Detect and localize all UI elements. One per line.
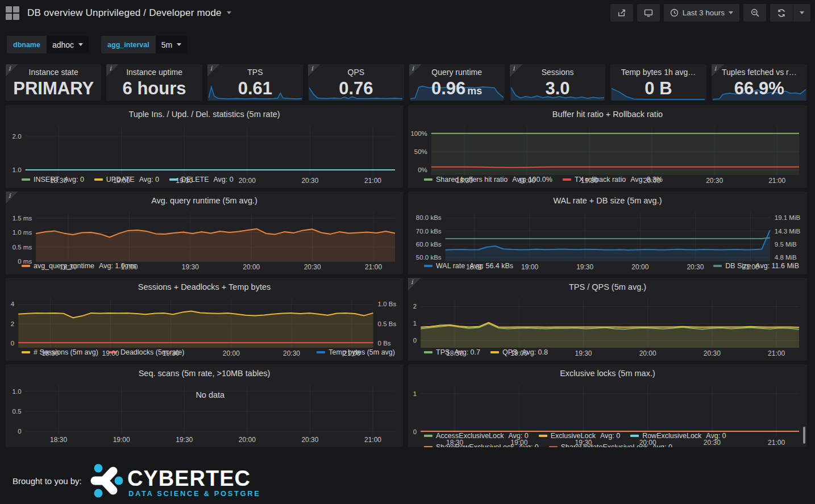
panel-exclusive-locks: Exclusive locks (5m max.) 1018:3019:0019… (408, 364, 807, 447)
footer-prefix: Brought to you by: (13, 476, 82, 486)
info-corner-icon[interactable]: i (308, 64, 321, 77)
panel-buffer-rollback: Buffer hit ratio + Rollback ratio 100%50… (408, 105, 807, 188)
info-corner-icon[interactable]: i (6, 191, 18, 204)
svg-text:19:00: 19:00 (521, 263, 538, 271)
panel-title[interactable]: Tuple Ins. / Upd. / Del. statistics (5m … (6, 105, 403, 122)
svg-text:0: 0 (413, 337, 417, 344)
stat-value: 66.9% (712, 79, 807, 98)
stat-sessions[interactable]: i Sessions 3.0 (510, 64, 605, 101)
svg-text:21:00: 21:00 (742, 263, 759, 271)
svg-text:18:30: 18:30 (50, 177, 67, 185)
stat-instance-uptime[interactable]: i Instance uptime 6 hours (106, 64, 202, 101)
refresh-interval-button[interactable] (793, 4, 810, 22)
footer: Brought to you by: CYBERTEC DATA SCIENCE… (13, 463, 259, 498)
graph-area[interactable]: 2.01.018:3019:0019:3020:0020:3021:00 (6, 122, 403, 174)
variable-dbname-label: dbname (7, 36, 47, 53)
svg-text:1.0: 1.0 (13, 388, 22, 395)
stat-value: 0.61 (207, 79, 303, 98)
svg-text:19:30: 19:30 (176, 436, 193, 444)
svg-text:19:30: 19:30 (581, 177, 598, 185)
svg-text:1.0 ms: 1.0 ms (13, 229, 32, 236)
svg-text:0: 0 (11, 340, 14, 347)
panel-seq-scans: Seq. scans (5m rate, >10MB tables) 1.00.… (6, 364, 403, 447)
panel-tps-qps: i TPS / QPS (5m avg.) 21018:3019:0019:30… (408, 278, 807, 361)
graph-area[interactable]: 1.5 ms1.0 ms0.5 ms0 ms18:3019:0019:3020:… (6, 208, 403, 260)
stat-query-runtime[interactable]: i Query runtime 0.96ms (409, 64, 505, 101)
svg-text:19:30: 19:30 (575, 439, 592, 447)
zoom-out-button[interactable] (743, 4, 766, 22)
info-corner-icon[interactable]: i (510, 64, 522, 77)
svg-text:18:30: 18:30 (456, 177, 473, 185)
stat-qps[interactable]: i QPS 0.76 (308, 64, 404, 101)
variable-dbname[interactable]: dbname adhoc (7, 36, 89, 53)
stat-value: 0 B (610, 79, 706, 98)
dashboards-grid-icon[interactable] (6, 6, 19, 20)
graph-area[interactable]: 80.0 kBs19.1 MiB70.0 kBs14.3 MiB60.0 kBs… (408, 208, 807, 260)
svg-text:19:30: 19:30 (575, 349, 592, 357)
svg-text:18:30: 18:30 (60, 263, 77, 271)
stat-tps[interactable]: i TPS 0.61 (207, 64, 303, 101)
svg-text:19:00: 19:00 (113, 177, 130, 185)
share-icon (617, 9, 626, 18)
stat-instance-state[interactable]: i Instance state PRIMARY (6, 64, 101, 101)
variable-agg-interval-value[interactable]: 5m (156, 36, 187, 53)
svg-text:19.1 MiB: 19.1 MiB (775, 214, 801, 221)
svg-text:20:00: 20:00 (223, 349, 240, 357)
svg-text:0: 0 (413, 428, 417, 435)
panel-title[interactable]: Avg. query runtime (5m avg.) (6, 191, 403, 208)
variable-agg-interval-label: agg_interval (101, 36, 156, 53)
panel-title[interactable]: Exclusive locks (5m max.) (408, 364, 807, 381)
monitor-icon (643, 9, 654, 18)
panel-sessions-deadlocks: Sessions + Deadlocks + Temp bytes 41.0 B… (6, 278, 403, 361)
graph-area[interactable]: 21018:3019:0019:3020:0020:3021:00 (408, 294, 807, 347)
graph-area[interactable]: 1.00.5018:3019:0019:3020:0020:3021:00No … (6, 381, 403, 444)
grafana-dashboard: DB overview Unprivileged / Developer mod… (0, 0, 815, 504)
svg-text:20:30: 20:30 (704, 439, 721, 447)
agg-interval-caret-icon (177, 43, 181, 46)
info-corner-icon[interactable]: i (408, 278, 421, 290)
svg-text:0.5 ms: 0.5 ms (13, 244, 32, 251)
graph-area[interactable]: 100%50%0%18:3019:0019:3020:0020:3021:00 (408, 122, 807, 174)
variable-agg-interval[interactable]: agg_interval 5m (101, 36, 187, 53)
graph-area[interactable]: 1018:3019:0019:3020:0020:3021:00 (408, 381, 807, 430)
share-button[interactable] (610, 4, 633, 22)
tv-kiosk-button[interactable] (637, 4, 660, 22)
info-corner-icon[interactable]: i (712, 64, 724, 77)
svg-text:0.5 Bs: 0.5 Bs (378, 320, 397, 327)
svg-text:20:00: 20:00 (631, 263, 648, 271)
svg-text:20:00: 20:00 (243, 263, 260, 271)
info-corner-icon[interactable]: i (409, 64, 422, 77)
svg-text:20:00: 20:00 (639, 439, 656, 447)
time-range-caret-icon (729, 11, 733, 14)
svg-text:0%: 0% (418, 166, 427, 173)
panel-title[interactable]: TPS / QPS (5m avg.) (408, 278, 807, 294)
cybertec-brand-text: CYBERTEC (127, 466, 251, 490)
time-range-button[interactable]: Last 3 hours (664, 4, 739, 22)
stat-temp-bytes[interactable]: Temp bytes 1h avg… 0 B (610, 64, 706, 101)
svg-text:18:30: 18:30 (446, 349, 463, 357)
svg-text:20:30: 20:30 (704, 349, 721, 357)
panel-title[interactable]: WAL rate + DB size (5m avg.) (408, 191, 807, 208)
graph-area[interactable]: 41.0 Bs20.5 Bs00 Bs18:3019:0019:3020:002… (6, 294, 403, 347)
svg-text:20:30: 20:30 (304, 263, 321, 271)
svg-text:20:30: 20:30 (283, 349, 300, 357)
refresh-interval-caret-icon (800, 11, 804, 14)
stat-tuples-fetched[interactable]: i Tuples fetched vs r… 66.9% (712, 64, 807, 101)
info-corner-icon[interactable]: i (6, 64, 18, 77)
dashboard-title-caret-icon[interactable] (227, 11, 231, 14)
chart-row-2: i Avg. query runtime (5m avg.) 1.5 ms1.0… (6, 191, 807, 274)
refresh-button[interactable] (770, 4, 793, 22)
svg-text:0: 0 (18, 428, 21, 435)
chart-row-1: Tuple Ins. / Upd. / Del. statistics (5m … (6, 105, 807, 188)
panel-title[interactable]: Sessions + Deadlocks + Temp bytes (6, 278, 403, 294)
legend-scrollbar[interactable] (803, 427, 805, 444)
top-navbar: DB overview Unprivileged / Developer mod… (0, 0, 815, 26)
stat-value: PRIMARY (6, 79, 101, 98)
info-corner-icon[interactable]: i (207, 64, 220, 77)
svg-text:2: 2 (413, 303, 417, 310)
panel-title[interactable]: Buffer hit ratio + Rollback ratio (408, 105, 807, 122)
variable-dbname-value[interactable]: adhoc (47, 36, 89, 53)
panel-title[interactable]: Seq. scans (5m rate, >10MB tables) (6, 364, 403, 381)
stat-value: 6 hours (106, 79, 202, 98)
info-corner-icon[interactable]: i (106, 64, 119, 77)
